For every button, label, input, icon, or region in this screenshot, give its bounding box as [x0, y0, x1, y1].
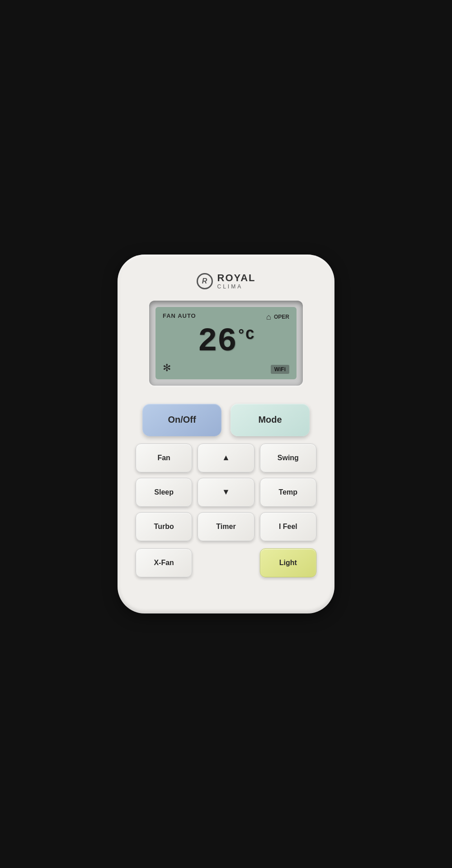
up-button[interactable]: ▲	[198, 443, 254, 472]
mode-button[interactable]: Mode	[231, 404, 310, 436]
fan-mode-label: FAN AUTO	[163, 312, 196, 319]
brand-subtitle: CLIMA	[217, 284, 256, 290]
remote-control: R ROYAL CLIMA FAN AUTO ⌂ OPER 26°C ✻	[118, 255, 334, 613]
brand-logo-icon: R	[197, 273, 213, 289]
ifeel-button[interactable]: I Feel	[260, 512, 316, 541]
brand-name: ROYAL	[217, 273, 256, 283]
onoff-button[interactable]: On/Off	[142, 404, 221, 436]
brand-text: ROYAL CLIMA	[217, 273, 256, 289]
swing-button[interactable]: Swing	[260, 443, 316, 472]
oper-label: OPER	[274, 314, 289, 320]
lcd-top-right: ⌂ OPER	[266, 312, 289, 322]
temperature-display: 26°C	[198, 326, 254, 358]
house-icon: ⌂	[266, 312, 271, 322]
temp-button[interactable]: Temp	[260, 478, 316, 507]
temperature-value: 26	[198, 323, 237, 360]
middle-buttons-grid: Fan ▲ Swing Sleep ▼ Temp Turbo Timer I F…	[136, 443, 316, 541]
temperature-unit: °C	[237, 327, 254, 344]
timer-button[interactable]: Timer	[198, 512, 254, 541]
lcd-screen: FAN AUTO ⌂ OPER 26°C ✻ WiFi	[155, 307, 297, 379]
xfan-button[interactable]: X-Fan	[136, 548, 192, 577]
buttons-section: On/Off Mode Fan ▲ Swing Sleep ▼ Temp Tur…	[136, 404, 316, 577]
sun-icon: ✻	[163, 362, 171, 374]
fan-button[interactable]: Fan	[136, 443, 192, 472]
top-buttons-row: On/Off Mode	[136, 404, 316, 436]
turbo-button[interactable]: Turbo	[136, 512, 192, 541]
sleep-button[interactable]: Sleep	[136, 478, 192, 507]
logo-area: R ROYAL CLIMA	[197, 273, 256, 289]
lcd-bottom-row: ✻ WiFi	[163, 362, 289, 374]
lcd-top-row: FAN AUTO ⌂ OPER	[163, 312, 289, 322]
lcd-container: FAN AUTO ⌂ OPER 26°C ✻ WiFi	[149, 301, 303, 386]
light-button[interactable]: Light	[260, 548, 316, 577]
down-button[interactable]: ▼	[198, 478, 254, 507]
bottom-buttons-row: X-Fan Light	[136, 548, 316, 577]
wifi-label: WiFi	[271, 365, 289, 374]
